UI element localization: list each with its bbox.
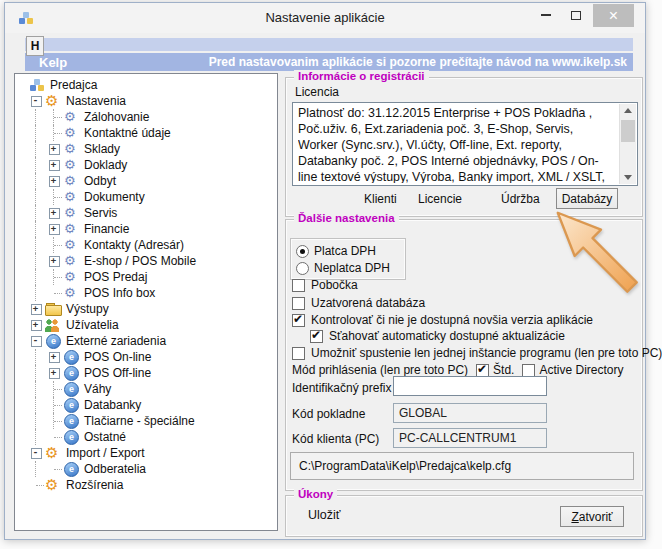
tree-item-zalohovanie[interactable]: Zálohovanie bbox=[15, 109, 277, 125]
tree-item-import-export[interactable]: Import / Export bbox=[15, 445, 277, 461]
tree-item-tlaciarne[interactable]: Tlačiarne - špeciálne bbox=[15, 413, 277, 429]
close-button[interactable]: × bbox=[593, 4, 634, 27]
checkbox-icon[interactable] bbox=[292, 347, 305, 360]
tree-item-servis[interactable]: Servis bbox=[15, 205, 277, 221]
scroll-down-icon[interactable] bbox=[620, 169, 636, 184]
expand-icon[interactable] bbox=[45, 221, 63, 237]
tree-item-vystupy[interactable]: Výstupy bbox=[15, 301, 277, 317]
klienti-button[interactable]: Klienti bbox=[364, 192, 397, 206]
gear-icon bbox=[63, 158, 80, 172]
tree-item-pos-predaj[interactable]: POS Predaj bbox=[15, 269, 277, 285]
maximize-button[interactable] bbox=[563, 3, 589, 27]
tree-item-pos-info-box[interactable]: POS Info box bbox=[15, 285, 277, 301]
header-stripe bbox=[25, 38, 633, 51]
expand-icon[interactable] bbox=[27, 301, 45, 317]
users-icon bbox=[45, 318, 62, 332]
tree-item-rozsirenia[interactable]: Rozšírenia bbox=[15, 477, 277, 493]
tree-item-databanky[interactable]: Databanky bbox=[15, 397, 277, 413]
vat-payer-radio-row[interactable]: Platca DPH bbox=[296, 243, 376, 259]
expand-icon[interactable] bbox=[45, 141, 63, 157]
expand-icon[interactable] bbox=[45, 173, 63, 189]
settings-tree[interactable]: Predajca Nastavenia Zálohovanie Kontaktn… bbox=[14, 73, 278, 531]
tree-item-dokumenty[interactable]: Dokumenty bbox=[15, 189, 277, 205]
tree-guide bbox=[27, 157, 45, 173]
tree-item-financie[interactable]: Financie bbox=[15, 221, 277, 237]
tree-guide bbox=[27, 141, 45, 157]
single-instance-checkbox-row[interactable]: Umožniť spustenie len jednej inštancie p… bbox=[292, 345, 662, 361]
license-scrollbar[interactable] bbox=[619, 104, 636, 184]
expand-icon[interactable] bbox=[45, 349, 63, 365]
std-checkbox-icon[interactable] bbox=[476, 364, 489, 377]
settings-dialog: Nastavenie aplikácie × H Kelp Pred nasta… bbox=[4, 2, 646, 540]
tree-guide bbox=[45, 237, 63, 253]
checkbox-checked-icon[interactable] bbox=[310, 330, 323, 343]
register-code-field: GLOBAL bbox=[393, 403, 547, 423]
tree-item-nastavenia[interactable]: Nastavenia bbox=[15, 93, 277, 109]
license-textbox[interactable]: Platnosť do: 31.12.2015 Enterprise + POS… bbox=[292, 102, 638, 186]
titlebar[interactable]: Nastavenie aplikácie × bbox=[5, 3, 645, 33]
udrzba-button[interactable]: Údržba bbox=[501, 192, 540, 206]
tree-item-kontaktne-udaje[interactable]: Kontaktné údaje bbox=[15, 125, 277, 141]
check-version-checkbox-row[interactable]: Kontrolovať či nie je dostupná novšia ve… bbox=[292, 312, 593, 328]
tree-item-odberatelia[interactable]: Odberatelia bbox=[15, 461, 277, 477]
prefix-input[interactable] bbox=[393, 376, 547, 396]
actions-group: Úkony Uložiť Zatvoriť bbox=[285, 495, 643, 537]
minimize-button[interactable] bbox=[533, 3, 559, 27]
tree-item-externe-zariadenia[interactable]: Externé zariadenia bbox=[15, 333, 277, 349]
gear-icon bbox=[45, 94, 62, 108]
client-code-label: Kód klienta (PC) bbox=[292, 432, 379, 446]
checkbox-checked-icon[interactable] bbox=[292, 314, 305, 327]
collapse-icon[interactable] bbox=[27, 93, 45, 109]
tree-item-odbyt[interactable]: Odbyt bbox=[15, 173, 277, 189]
auto-update-checkbox-row[interactable]: Sťahovať automaticky dostupné aktualizác… bbox=[310, 328, 565, 344]
tree-guide bbox=[27, 237, 45, 253]
active-directory-checkbox-icon[interactable] bbox=[522, 364, 535, 377]
checkbox-icon[interactable] bbox=[292, 279, 305, 292]
collapse-icon[interactable] bbox=[27, 333, 45, 349]
radio-selected-icon[interactable] bbox=[296, 245, 309, 258]
tree-item-kontakty[interactable]: Kontakty (Adresár) bbox=[15, 237, 277, 253]
gear-icon bbox=[45, 478, 62, 492]
tree-item-pos-offline[interactable]: POS Off-line bbox=[15, 365, 277, 381]
collapse-icon[interactable] bbox=[27, 445, 45, 461]
expand-icon[interactable] bbox=[45, 365, 63, 381]
closed-db-label: Uzatvorená databáza bbox=[311, 296, 425, 310]
close-icon: × bbox=[609, 7, 618, 25]
databazy-button[interactable]: Databázy bbox=[556, 188, 618, 209]
scrollbar-thumb[interactable] bbox=[621, 120, 635, 142]
tree-guide bbox=[27, 397, 45, 413]
gear-icon bbox=[63, 270, 80, 284]
tree-guide bbox=[45, 461, 63, 477]
tree-guide bbox=[27, 125, 45, 141]
tree-guide bbox=[27, 205, 45, 221]
tree-item-doklady[interactable]: Doklady bbox=[15, 157, 277, 173]
close-dialog-button[interactable]: Zatvoriť bbox=[560, 506, 624, 527]
tree-item-sklady[interactable]: Sklady bbox=[15, 141, 277, 157]
expand-icon[interactable] bbox=[45, 157, 63, 173]
expand-icon[interactable] bbox=[27, 317, 45, 333]
radio-unselected-icon[interactable] bbox=[296, 262, 309, 275]
gear-icon bbox=[63, 286, 80, 300]
closed-db-checkbox-row[interactable]: Uzatvorená databáza bbox=[292, 295, 425, 311]
tree-guide bbox=[45, 413, 63, 429]
tree-item-ostatne[interactable]: Ostatné bbox=[15, 429, 277, 445]
app-name: Kelp bbox=[39, 55, 67, 70]
tree-guide bbox=[45, 397, 63, 413]
save-button[interactable]: Uložiť bbox=[308, 508, 340, 522]
tree-item-eshop-pos-mobile[interactable]: E-shop / POS Mobile bbox=[15, 253, 277, 269]
expand-icon[interactable] bbox=[45, 205, 63, 221]
tree-item-vahy[interactable]: Váhy bbox=[15, 381, 277, 397]
scroll-up-icon[interactable] bbox=[620, 104, 636, 119]
vat-nonpayer-radio-row[interactable]: Neplatca DPH bbox=[296, 260, 390, 276]
device-icon bbox=[63, 382, 80, 396]
dock-tab-h[interactable]: H bbox=[26, 36, 44, 56]
registration-group: Informácie o registrácii Licencia Platno… bbox=[285, 77, 643, 217]
licencie-button[interactable]: Licencie bbox=[418, 192, 462, 206]
tree-item-uzivatelia[interactable]: Užívatelia bbox=[15, 317, 277, 333]
tree-item-pos-online[interactable]: POS On-line bbox=[15, 349, 277, 365]
expand-icon[interactable] bbox=[45, 253, 63, 269]
branch-checkbox-row[interactable]: Pobočka bbox=[292, 277, 358, 293]
std-label: Štd. bbox=[493, 363, 514, 377]
tree-item-predajca[interactable]: Predajca bbox=[15, 77, 277, 93]
checkbox-icon[interactable] bbox=[292, 297, 305, 310]
